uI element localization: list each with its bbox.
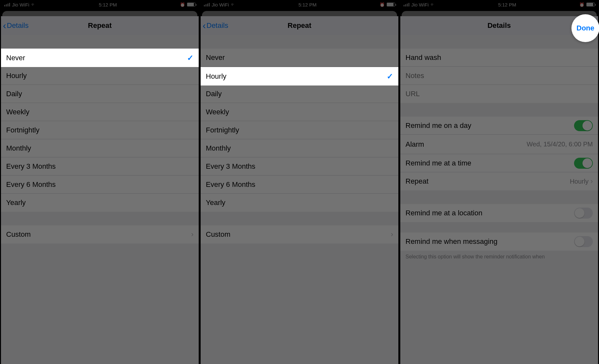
sheet-grabber bbox=[2, 11, 197, 16]
alarm-value: Wed, 15/4/20, 6:00 PM bbox=[527, 141, 593, 148]
option-monthly[interactable]: Monthly bbox=[201, 139, 398, 157]
option-yearly[interactable]: Yearly bbox=[201, 194, 398, 212]
carrier-label: Jio WiFi bbox=[411, 2, 429, 7]
carrier-label: Jio WiFi bbox=[212, 2, 229, 7]
reminder-title-input[interactable] bbox=[405, 53, 593, 62]
repeat-label: Repeat bbox=[405, 177, 429, 186]
option-6months[interactable]: Every 6 Months bbox=[201, 176, 398, 194]
status-bar: Jio WiFi ᯤ 5:12 PM ⏰ bbox=[400, 0, 598, 9]
url-input[interactable] bbox=[405, 90, 593, 98]
signal-icon bbox=[204, 3, 210, 6]
option-monthly[interactable]: Monthly bbox=[1, 139, 199, 157]
chevron-right-icon: › bbox=[591, 177, 593, 186]
notes-input[interactable] bbox=[405, 72, 593, 80]
custom-section: Custom › bbox=[201, 225, 398, 244]
alarm-icon: ⏰ bbox=[579, 2, 584, 7]
battery-icon bbox=[387, 3, 395, 6]
nav-header: Details Done bbox=[400, 16, 598, 35]
option-weekly[interactable]: Weekly bbox=[201, 103, 398, 121]
remind-day-label: Remind me on a day bbox=[405, 121, 471, 130]
option-hourly[interactable]: Hourly bbox=[1, 67, 199, 85]
page-title: Repeat bbox=[88, 21, 112, 30]
signal-icon bbox=[404, 3, 409, 6]
back-button[interactable]: ‹ Details bbox=[203, 21, 228, 30]
remind-location-label: Remind me at a location bbox=[405, 209, 482, 217]
option-fortnightly[interactable]: Fortnightly bbox=[201, 121, 398, 139]
phone-1-repeat-never: Jio WiFi ᯤ 5:12 PM ⏰ ‹ Details Repeat Ne… bbox=[0, 0, 200, 364]
option-custom[interactable]: Custom › bbox=[1, 225, 199, 244]
content: Never Hourly Daily Weekly Fortnightly Mo… bbox=[1, 35, 199, 364]
highlighted-option-never[interactable]: Never ✓ bbox=[1, 49, 199, 67]
phone-3-details: Jio WiFi ᯤ 5:12 PM ⏰ Details Done bbox=[399, 0, 599, 364]
clock-label: 5:12 PM bbox=[299, 2, 317, 7]
clock-label: 5:12 PM bbox=[498, 2, 516, 7]
option-never[interactable]: Never bbox=[201, 49, 398, 67]
option-6months[interactable]: Every 6 Months bbox=[1, 176, 199, 194]
option-3months[interactable]: Every 3 Months bbox=[1, 157, 199, 176]
remind-day-toggle[interactable] bbox=[574, 120, 593, 131]
chevron-right-icon: › bbox=[191, 230, 194, 239]
reminder-title-field[interactable] bbox=[400, 49, 598, 67]
battery-icon bbox=[187, 3, 195, 6]
phone-2-repeat-hourly: Jio WiFi ᯤ 5:12 PM ⏰ ‹ Details Repeat Ne… bbox=[200, 0, 399, 364]
sheet-grabber bbox=[202, 11, 397, 16]
alarm-label: Alarm bbox=[405, 140, 424, 149]
remind-time-label: Remind me at a time bbox=[405, 159, 471, 167]
remind-time-row: Remind me at a time bbox=[400, 154, 598, 172]
nav-header: ‹ Details Repeat bbox=[1, 16, 199, 35]
repeat-row[interactable]: Repeat Hourly › bbox=[400, 172, 598, 190]
back-button[interactable]: ‹ Details bbox=[3, 21, 29, 30]
remind-location-row: Remind me at a location bbox=[400, 204, 598, 222]
messaging-footnote: Selecting this option will show the remi… bbox=[400, 251, 598, 263]
status-bar: Jio WiFi ᯤ 5:12 PM ⏰ bbox=[1, 0, 199, 9]
sheet-grabber bbox=[402, 11, 597, 16]
status-bar: Jio WiFi ᯤ 5:12 PM ⏰ bbox=[201, 0, 398, 9]
alarm-row[interactable]: Alarm Wed, 15/4/20, 6:00 PM bbox=[400, 135, 598, 154]
checkmark-icon: ✓ bbox=[187, 53, 194, 63]
chevron-left-icon: ‹ bbox=[3, 21, 6, 30]
option-daily[interactable]: Daily bbox=[1, 85, 199, 103]
remind-messaging-label: Remind me when messaging bbox=[405, 237, 498, 246]
remind-messaging-toggle[interactable] bbox=[574, 236, 593, 247]
remind-location-toggle[interactable] bbox=[574, 208, 593, 219]
option-custom[interactable]: Custom › bbox=[201, 225, 398, 244]
url-field[interactable] bbox=[400, 85, 598, 103]
option-fortnightly[interactable]: Fortnightly bbox=[1, 121, 199, 139]
option-daily[interactable]: Daily bbox=[201, 85, 398, 103]
option-yearly[interactable]: Yearly bbox=[1, 194, 199, 212]
clock-label: 5:12 PM bbox=[99, 2, 117, 7]
chevron-right-icon: › bbox=[391, 230, 393, 239]
wifi-icon: ᯤ bbox=[430, 2, 435, 7]
done-button-highlight[interactable]: Done bbox=[571, 14, 599, 42]
back-label: Details bbox=[7, 21, 29, 30]
repeat-options-list: Never Hourly Daily Weekly Fortnightly Mo… bbox=[1, 49, 199, 212]
custom-section: Custom › bbox=[1, 225, 199, 244]
nav-header: ‹ Details Repeat bbox=[201, 16, 398, 35]
notes-field[interactable] bbox=[400, 67, 598, 85]
option-weekly[interactable]: Weekly bbox=[1, 103, 199, 121]
signal-icon bbox=[4, 3, 10, 6]
battery-icon bbox=[586, 3, 595, 6]
remind-time-toggle[interactable] bbox=[574, 158, 593, 169]
page-title: Repeat bbox=[288, 21, 311, 30]
remind-messaging-row: Remind me when messaging bbox=[400, 233, 598, 251]
option-3months[interactable]: Every 3 Months bbox=[201, 157, 398, 176]
remind-day-row: Remind me on a day bbox=[400, 117, 598, 135]
highlighted-option-hourly[interactable]: Hourly ✓ bbox=[201, 67, 398, 85]
alarm-icon: ⏰ bbox=[380, 2, 385, 7]
alarm-icon: ⏰ bbox=[180, 2, 185, 7]
wifi-icon: ᯤ bbox=[31, 2, 36, 7]
carrier-label: Jio WiFi bbox=[12, 2, 29, 7]
repeat-value: Hourly bbox=[570, 178, 589, 185]
checkmark-icon: ✓ bbox=[387, 72, 393, 81]
chevron-left-icon: ‹ bbox=[203, 21, 206, 30]
content: Remind me on a day Alarm Wed, 15/4/20, 6… bbox=[400, 35, 598, 364]
wifi-icon: ᯤ bbox=[231, 2, 235, 7]
back-label: Details bbox=[206, 21, 228, 30]
page-title: Details bbox=[487, 21, 511, 30]
